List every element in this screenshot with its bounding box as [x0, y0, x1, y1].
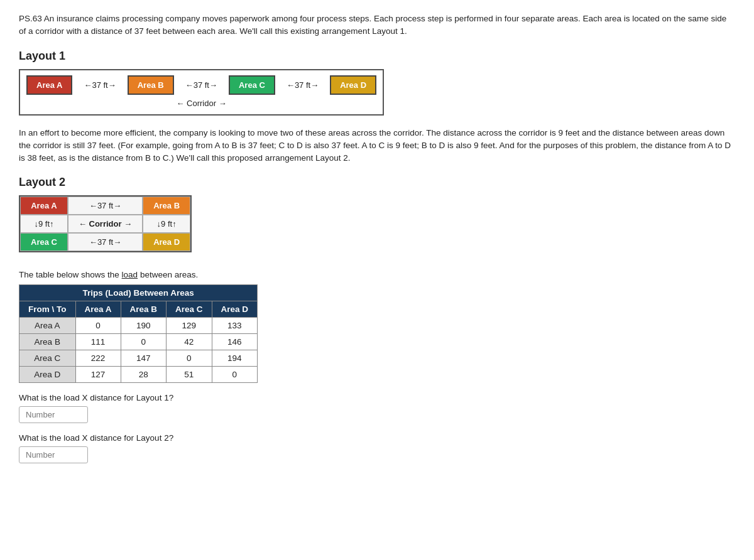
table-cell: 133: [212, 318, 258, 334]
layout1-diagram: Area A ←37 ft→ Area B ←37 ft→ Area C ←37…: [19, 69, 384, 116]
layout2-dist-bottom: ←37 ft→: [68, 233, 143, 251]
col-from-to: From \ To: [19, 301, 76, 318]
layout2-area-b: Area B: [143, 197, 190, 215]
table-cell: 0: [212, 367, 258, 383]
layout2-corridor: ← Corridor →: [68, 215, 143, 233]
table-row-label: Area B: [19, 334, 76, 350]
layout2-title: Layout 2: [19, 176, 735, 189]
layout2-vert-right: ↓9 ft↑: [143, 215, 190, 233]
area-d-box: Area D: [330, 75, 376, 95]
table-row: Area A0190129133: [19, 318, 258, 334]
table-row-label: Area C: [19, 350, 76, 367]
table-row: Area C2221470194: [19, 350, 258, 367]
table-cell: 222: [75, 350, 121, 367]
table-cell: 147: [121, 350, 167, 367]
dist-ab: ←37 ft→: [72, 80, 127, 90]
area-b-box: Area B: [128, 75, 174, 95]
area-a-box: Area A: [26, 75, 72, 95]
table-cell: 111: [75, 334, 121, 350]
table-cell: 190: [121, 318, 167, 334]
table-row-label: Area A: [19, 318, 76, 334]
table-row: Area D12728510: [19, 367, 258, 383]
layout2-dist-top: ←37 ft→: [68, 197, 143, 215]
layout1-answer-input[interactable]: [19, 406, 88, 423]
problem-text: PS.63 An insurance claims processing com…: [19, 13, 735, 38]
table-row-label: Area D: [19, 367, 76, 383]
question-1-text: What is the load X distance for Layout 1…: [19, 393, 735, 402]
col-area-b: Area B: [121, 301, 167, 318]
col-area-a: Area A: [75, 301, 121, 318]
table-note-link: load: [122, 270, 138, 279]
table-cell: 127: [75, 367, 121, 383]
col-area-c: Area C: [167, 301, 212, 318]
table-row: Area B111042146: [19, 334, 258, 350]
layout2-area-d: Area D: [143, 233, 190, 251]
table-cell: 0: [167, 350, 212, 367]
table-cell: 42: [167, 334, 212, 350]
table-note: The table below shows the load between a…: [19, 270, 735, 279]
table-section: The table below shows the load between a…: [19, 270, 735, 383]
table-cell: 129: [167, 318, 212, 334]
trips-table: Trips (Load) Between Areas From \ To Are…: [19, 284, 258, 383]
dist-bc: ←37 ft→: [174, 80, 229, 90]
table-note-prefix: The table below shows the: [19, 270, 122, 279]
dist-cd: ←37 ft→: [275, 80, 330, 90]
problem-text-2: In an effort to become more efficient, t…: [19, 127, 735, 165]
table-main-header: Trips (Load) Between Areas: [19, 285, 258, 301]
table-cell: 146: [212, 334, 258, 350]
layout2-area-c: Area C: [20, 233, 68, 251]
layout1-title: Layout 1: [19, 50, 735, 63]
table-note-suffix: between areas.: [138, 270, 198, 279]
layout2-area-a: Area A: [20, 197, 68, 215]
table-cell: 0: [121, 334, 167, 350]
table-cell: 0: [75, 318, 121, 334]
table-cell: 51: [167, 367, 212, 383]
area-c-box: Area C: [229, 75, 275, 95]
col-area-d: Area D: [212, 301, 258, 318]
layout2-answer-input[interactable]: [19, 446, 88, 463]
layout2-vert-left: ↓9 ft↑: [20, 215, 68, 233]
corridor-label: ← Corridor →: [176, 99, 226, 108]
table-cell: 28: [121, 367, 167, 383]
table-cell: 194: [212, 350, 258, 367]
question-2-text: What is the load X distance for Layout 2…: [19, 433, 735, 443]
layout2-diagram: Area A ←37 ft→ Area B ↓9 ft↑ ← Corridor …: [19, 195, 192, 252]
